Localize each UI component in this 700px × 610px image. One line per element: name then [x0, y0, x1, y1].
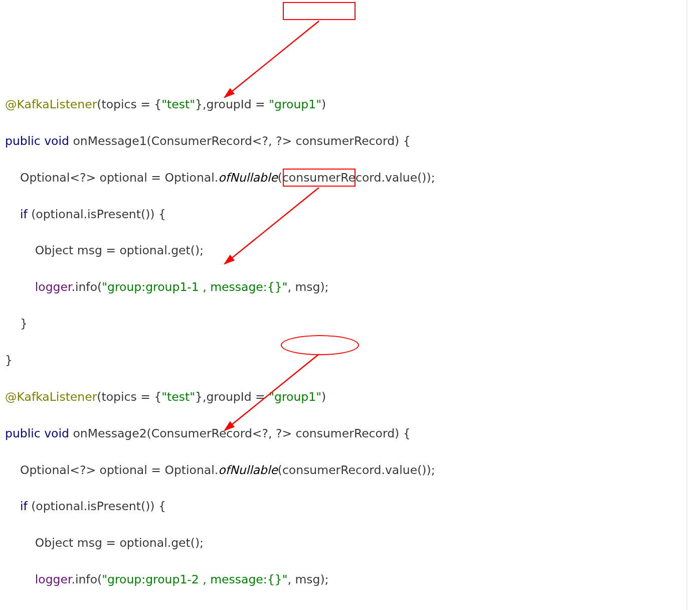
code-line: Object msg = optional.get();: [5, 534, 695, 552]
code-line: if (optional.isPresent()) {: [5, 497, 695, 515]
highlight-box-1: [283, 2, 356, 20]
groupid-2: "group1": [269, 390, 321, 404]
code-line: @KafkaListener(topics = {"test"},groupId…: [5, 95, 695, 113]
code-line: Optional<?> optional = Optional.ofNullab…: [5, 461, 695, 479]
code-line: }: [5, 351, 695, 369]
code-line: @KafkaListener(topics = {"test"},groupId…: [5, 388, 695, 406]
code-line: if (optional.isPresent()) {: [5, 205, 695, 223]
right-margin-rule: [686, 0, 687, 610]
annotation: @KafkaListener: [5, 390, 97, 404]
code-line: }: [5, 607, 695, 610]
groupid-1: "group1": [269, 97, 321, 111]
annotation: @KafkaListener: [5, 97, 97, 111]
code-editor[interactable]: @KafkaListener(topics = {"test"},groupId…: [5, 77, 695, 610]
code-line: Optional<?> optional = Optional.ofNullab…: [5, 169, 695, 187]
code-line: public void onMessage2(ConsumerRecord<?,…: [5, 424, 695, 442]
code-line: logger.info("group:group1-1 , message:{}…: [5, 278, 695, 296]
code-line: logger.info("group:group1-2 , message:{}…: [5, 570, 695, 588]
code-line: Object msg = optional.get();: [5, 241, 695, 259]
code-line: }: [5, 315, 695, 333]
code-line: public void onMessage1(ConsumerRecord<?,…: [5, 132, 695, 150]
